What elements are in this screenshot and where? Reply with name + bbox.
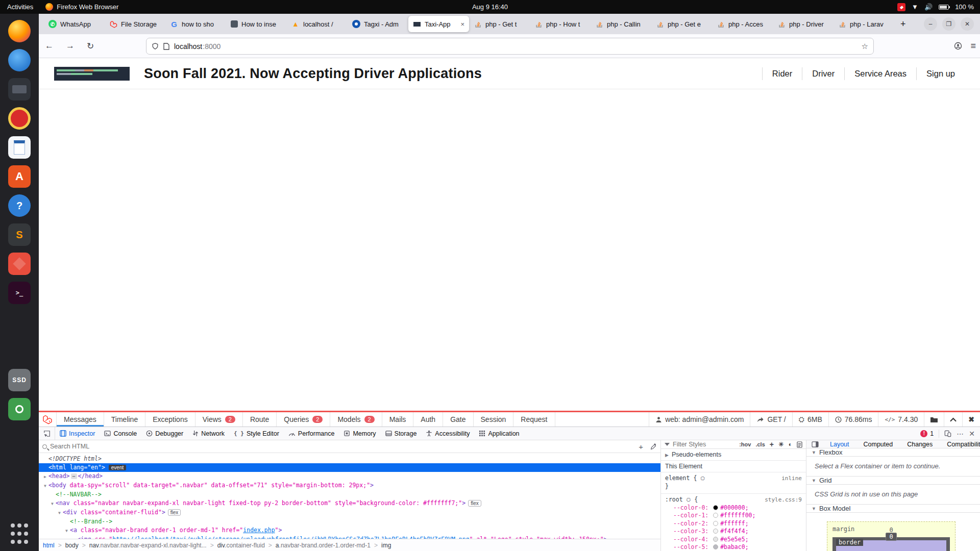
dock-app-grid-icon[interactable] [8,522,31,545]
browser-tab[interactable]: Taxi-App× [408,16,469,32]
expander-icon[interactable]: ▼ [63,527,70,535]
color-swatch-icon[interactable] [713,521,718,526]
dock-item-software[interactable]: A [8,165,31,188]
expander-icon[interactable]: ▼ [56,509,63,517]
url-bar[interactable]: localhost:8000 ☆ [146,38,874,55]
account-icon[interactable] [954,42,962,50]
devtools-tab-style-editor[interactable]: { }Style Editor [229,427,284,440]
debugbar-tab-route[interactable]: Route [243,412,277,427]
css-variable-row[interactable]: --color-3: #f4f4f4; [665,528,802,536]
browser-tab[interactable]: php - Get e [651,16,712,32]
tree-row[interactable]: ▼<div class="container-fluid">flex [39,508,660,517]
tree-row[interactable]: <html lang="en">event [39,463,660,472]
browser-tab[interactable]: php - Driver [773,16,834,32]
debugbar-folder-button[interactable] [924,412,944,427]
browser-tab[interactable]: php - Acces [712,16,773,32]
shield-icon[interactable] [152,42,159,50]
devtools-tab-network[interactable]: Network [188,427,229,440]
dock-item-ssd[interactable]: SSD [8,369,31,391]
expander-icon[interactable]: ▶ [42,472,48,481]
browser-tab[interactable]: php - Get t [469,16,530,32]
debugbar-tab-exceptions[interactable]: Exceptions [145,412,195,427]
breadcrumb-item[interactable]: a.navbar-brand.order-1.order-md-1 [276,542,371,549]
color-swatch-icon[interactable] [713,529,718,534]
forward-button[interactable]: → [60,41,81,51]
activities-button[interactable]: Activities [0,3,40,11]
responsive-mode-icon[interactable] [944,430,951,437]
dock-item-thunderbird[interactable] [8,49,31,71]
menu-icon[interactable]: ≡ [970,41,976,52]
dock-item-writer[interactable] [8,136,31,159]
box-model-diagram[interactable]: margin 0 border 0 [827,521,955,551]
dock-item-help[interactable]: ? [8,194,31,217]
browser-tab[interactable]: ▲localhost / [287,16,348,32]
root-rule[interactable]: style.css:9 :root ⛭ { --color-0: #000000… [661,494,806,551]
new-tab-button[interactable]: + [894,19,912,30]
search-html-bar[interactable]: Search HTML + [39,440,660,453]
filter-styles-bar[interactable]: Filter Styles :hov .cls + ☀ ◐ [661,440,806,449]
site-link-sign-up[interactable]: Sign up [916,67,965,80]
system-tray[interactable]: ◆ ▼ 🔊 100 % [897,3,980,11]
css-variable-row[interactable]: --color-0: #000000; [665,504,802,512]
gear-icon[interactable]: ⛭ [687,496,691,503]
debugbar-close-button[interactable]: ✖ [962,412,980,427]
add-node-icon[interactable]: + [639,442,643,451]
tree-row[interactable]: ▼<body data-spy="scroll" data-target=".n… [39,481,660,490]
laravel-icon[interactable] [39,412,56,427]
css-variable-row[interactable]: --color-1: #ffffff00; [665,512,802,520]
css-variable-row[interactable]: --color-2: #ffffff; [665,520,802,528]
tree-row[interactable]: <!--NAVBAR--> [39,490,660,499]
grid-section-header[interactable]: ▼Grid [806,477,980,485]
dock-item-rhythmbox[interactable] [8,107,31,130]
flexbox-section-header[interactable]: ▼Flexbox [806,448,980,457]
site-logo[interactable] [54,67,130,81]
toggle-class[interactable]: .cls [755,441,765,447]
browser-tab[interactable]: php - How t [530,16,591,32]
browser-tab[interactable]: Ghow to sho [165,16,226,32]
debugbar-tab-messages[interactable]: Messages [56,412,104,427]
system-clock[interactable]: Aug 9 16:40 [0,3,980,11]
sidebar-tab-computed[interactable]: Computed [856,441,900,448]
breadcrumb-item[interactable]: html [43,542,55,549]
breadcrumb-item[interactable]: img [381,542,391,549]
tree-row[interactable]: ▼<nav class="navbar navbar-expand-xl nav… [39,499,660,508]
site-link-service-areas[interactable]: Service Areas [844,67,916,80]
dock-item-diamond[interactable] [8,253,31,275]
browser-tab[interactable]: ✆WhatsApp [44,16,105,32]
reload-button[interactable]: ↻ [81,41,100,52]
debugbar-tab-timeline[interactable]: Timeline [104,412,145,427]
browser-tab[interactable]: File Storage [105,16,165,32]
toggle-hover[interactable]: :hov [739,441,751,447]
tree-row[interactable]: ▶<head>⋯</head> [39,472,660,481]
minimize-button[interactable]: – [924,17,937,31]
dark-theme-icon[interactable]: ◐ [789,441,792,448]
dock-item-sublime[interactable]: S [8,223,31,246]
sidebar-tab-changes[interactable]: Changes [900,441,940,448]
border-top-value[interactable]: 0 [886,533,896,541]
print-sim-icon[interactable] [797,441,802,448]
browser-tab[interactable]: php - Larav [834,16,894,32]
gear-icon[interactable]: ⛭ [700,475,705,482]
browser-tab[interactable]: Tagxi - Adm [348,16,408,32]
box-model-section-header[interactable]: ▼Box Model [806,505,980,513]
sidebar-tab-compatibility[interactable]: Compatibility [940,441,980,448]
devtools-tab-inspector[interactable]: Inspector [55,427,100,440]
devtools-tab-memory[interactable]: Memory [339,427,380,440]
back-button[interactable]: ← [39,41,60,51]
css-variable-row[interactable]: --color-5: #babac0; [665,543,802,551]
add-rule-icon[interactable]: + [770,440,774,448]
browser-tab[interactable]: php - Callin [591,16,651,32]
tab-close-icon[interactable]: × [459,20,464,28]
devtools-tab-accessibility[interactable]: Accessibility [421,427,474,440]
debugbar-tab-request[interactable]: Request [513,412,555,427]
css-variable-row[interactable]: --color-4: #e5e5e5; [665,536,802,544]
dock-item-green[interactable] [8,398,31,420]
debugbar-tab-queries[interactable]: Queries2 [277,412,330,427]
sidebar-toggle-icon[interactable] [808,441,822,447]
color-swatch-icon[interactable] [713,544,718,549]
breadcrumb-item[interactable]: body [65,542,79,549]
debugbar-tab-auth[interactable]: Auth [413,412,443,427]
site-link-driver[interactable]: Driver [802,67,844,80]
debugbar-tab-session[interactable]: Session [474,412,514,427]
devtools-tab-application[interactable]: Application [474,427,524,440]
